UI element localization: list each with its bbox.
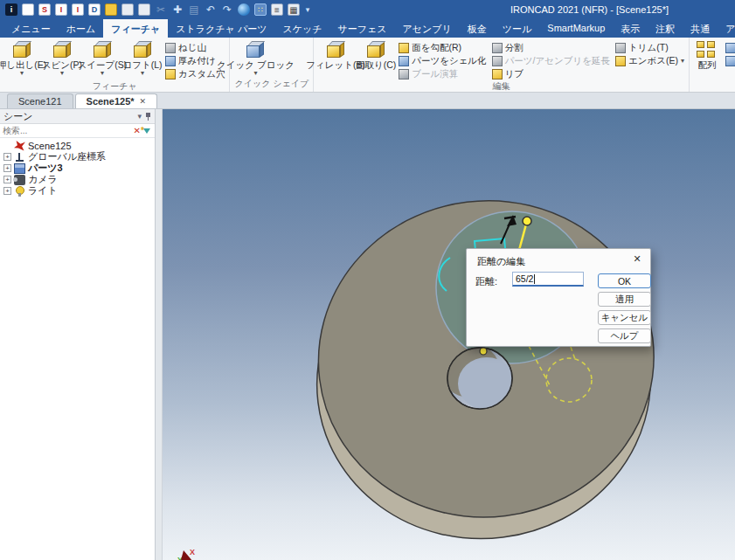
- menu-tab-annotation[interactable]: 注釈: [648, 19, 683, 38]
- coordinate-triad: X Y: [177, 548, 195, 560]
- expand-icon[interactable]: [3, 164, 11, 172]
- spin-button[interactable]: スピン(P)▾: [43, 39, 81, 76]
- draft-face-button[interactable]: 面を勾配(R): [397, 41, 488, 54]
- chamfer-button[interactable]: 面取り(C): [357, 39, 395, 70]
- menu-tab-structure-parts[interactable]: ストラクチャ パーツ: [168, 19, 274, 38]
- pattern-button[interactable]: 配列: [692, 39, 722, 70]
- tree-item-part3[interactable]: パーツ3: [2, 162, 155, 174]
- panel-header: シーン ▾: [0, 109, 155, 124]
- ribbon-group-quick-shape: クイック ブロック▾ クイック シェイプ: [230, 38, 314, 92]
- table-view-icon[interactable]: ▦: [288, 3, 300, 16]
- doctab-scene125[interactable]: Scene125* ✕: [75, 93, 158, 108]
- scale-body-button[interactable]: ボディを拡大/縮小: [724, 41, 735, 54]
- dialog-close-icon[interactable]: [631, 253, 643, 265]
- distance-value: 65/2: [516, 273, 533, 284]
- loft-button[interactable]: ロフト(L)▾: [123, 39, 162, 76]
- draft-face-icon: [399, 43, 409, 53]
- tree-item-camera[interactable]: カメラ: [2, 174, 155, 185]
- mirror-button[interactable]: ミラー(M)▾: [724, 54, 735, 67]
- menu-tab-common[interactable]: 共通: [683, 19, 718, 38]
- menu-tab-surface[interactable]: サーフェス: [329, 19, 394, 38]
- quick-block-button[interactable]: クイック ブロック▾: [232, 39, 278, 76]
- close-tab-icon[interactable]: ✕: [140, 97, 147, 106]
- ribbon-group-transform: 配列 ボディを拡大/縮小 ミラー(M)▾ 変形: [690, 38, 735, 92]
- menu-tab-view[interactable]: 表示: [613, 19, 648, 38]
- attach-icon[interactable]: ✚: [171, 3, 184, 16]
- new-scene-icon[interactable]: S: [38, 3, 51, 16]
- save-as-icon[interactable]: [138, 3, 150, 16]
- pin-icon[interactable]: [145, 113, 151, 121]
- cancel-button[interactable]: キャンセル: [598, 310, 651, 325]
- link-icon[interactable]: ✂: [155, 3, 167, 16]
- panel-splitter[interactable]: [156, 109, 163, 560]
- new-drawing-icon[interactable]: D: [88, 3, 101, 16]
- menu-tab-sheet-metal[interactable]: 板金: [460, 19, 495, 38]
- scale-body-icon: [725, 43, 735, 53]
- triad-x-label: X: [190, 548, 195, 557]
- help-button[interactable]: ヘルプ: [598, 328, 651, 343]
- save-icon[interactable]: [121, 3, 134, 16]
- menu-tab-home[interactable]: ホーム: [59, 19, 104, 38]
- ok-button[interactable]: OK: [598, 273, 651, 288]
- menu-tab-assembly[interactable]: アセンブリ: [395, 19, 460, 38]
- trim-button[interactable]: トリム(T): [614, 41, 686, 54]
- text-caret: [534, 274, 535, 284]
- boolean-icon: [399, 69, 409, 80]
- doctab-scene121[interactable]: Scene121: [7, 93, 73, 108]
- filter-icon[interactable]: [143, 128, 150, 134]
- new-document-icon[interactable]: [22, 3, 34, 16]
- expand-icon[interactable]: [3, 187, 11, 195]
- menu-tab-tools[interactable]: ツール: [495, 19, 540, 38]
- scene-tree: Scene125 グローバル座標系 パーツ3 カメラ: [0, 138, 155, 560]
- rib-button[interactable]: リブ: [490, 67, 612, 80]
- title-bar: i S I I D ✂ ✚ ▤ ↶ ↷ ∷ ≡ ▦ ▾ IRONCAD 2021…: [0, 0, 735, 19]
- tree-view-icon[interactable]: ≡: [271, 3, 283, 16]
- shell-button[interactable]: パーツをシェル化: [397, 54, 488, 67]
- menu-tab-menu[interactable]: メニュー: [3, 19, 59, 38]
- extrude-button[interactable]: 押し出し(E)▾: [3, 39, 41, 76]
- panel-title: シーン: [3, 110, 134, 123]
- camera-icon: [14, 175, 25, 185]
- shell-icon: [399, 56, 409, 66]
- application-window: i S I I D ✂ ✚ ▤ ↶ ↷ ∷ ≡ ▦ ▾ IRONCAD 2021…: [0, 0, 735, 560]
- handle-anchor-point[interactable]: [480, 348, 487, 355]
- emboss-button[interactable]: エンボス(E)▾: [614, 54, 686, 67]
- undo-icon[interactable]: ↶: [205, 3, 217, 16]
- expand-icon[interactable]: [3, 176, 11, 183]
- new-part-icon[interactable]: I: [55, 3, 67, 16]
- tree-item-light[interactable]: ライト: [2, 185, 155, 197]
- split-button[interactable]: 分割: [490, 41, 612, 54]
- clear-search-icon[interactable]: ✕: [134, 126, 141, 135]
- distance-input[interactable]: 65/2: [512, 272, 584, 287]
- ribbon-group-feature: 押し出し(E)▾ スピン(P)▾ スイープ(S)▾ ロフト(L)▾ ねじ山 厚み…: [0, 38, 230, 92]
- pattern-icon: [697, 40, 718, 59]
- sweep-icon: [92, 40, 113, 59]
- chamfer-icon: [365, 40, 386, 59]
- menu-tab-feature[interactable]: フィーチャ: [103, 19, 168, 38]
- loft-icon: [132, 40, 153, 59]
- fillet-button[interactable]: フィレット(B): [316, 39, 355, 70]
- redo-icon[interactable]: ↷: [221, 3, 233, 16]
- menu-tab-addin[interactable]: アドイン: [718, 19, 735, 38]
- new-assembly-icon[interactable]: I: [72, 3, 84, 16]
- render-globe-icon[interactable]: [238, 3, 250, 16]
- menu-tab-sketch[interactable]: スケッチ: [274, 19, 329, 38]
- fillet-icon: [325, 40, 346, 59]
- extend-icon: [492, 56, 503, 66]
- tree-search-input[interactable]: [3, 126, 131, 135]
- menu-bar: メニュー ホーム フィーチャ ストラクチャ パーツ スケッチ サーフェス アセン…: [0, 19, 735, 38]
- expand-icon[interactable]: [3, 153, 11, 161]
- scene-icon: [14, 141, 25, 151]
- tree-item-global-coords[interactable]: グローバル座標系: [2, 151, 155, 162]
- handle-endpoint[interactable]: [523, 217, 531, 225]
- grid-snap-icon[interactable]: ∷: [254, 3, 267, 16]
- viewport-3d[interactable]: X Y 距離の編集 距離: 65/2 OK 適用 キャンセル ヘルプ: [163, 109, 735, 560]
- panel-dropdown-icon[interactable]: ▾: [134, 112, 145, 121]
- menu-tab-smartmarkup[interactable]: SmartMarkup: [539, 19, 613, 38]
- toolbar-overflow-icon[interactable]: ▾: [304, 3, 311, 16]
- thread-button[interactable]: ねじ山: [163, 41, 226, 54]
- sweep-button[interactable]: スイープ(S)▾: [83, 39, 121, 76]
- open-folder-icon[interactable]: [105, 3, 117, 16]
- apply-button[interactable]: 適用: [598, 292, 651, 307]
- app-logo-icon[interactable]: i: [5, 3, 17, 16]
